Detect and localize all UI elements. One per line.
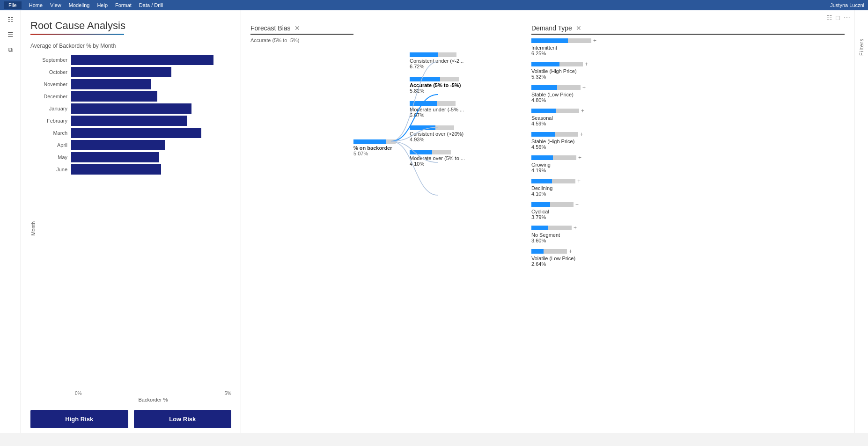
filter-item-value: 4.10% [531, 191, 845, 197]
filter-item-bars: + [531, 248, 845, 255]
demand-type-item: + Cyclical 3.79% [531, 201, 845, 220]
demand-type-close[interactable]: ✕ [576, 24, 581, 32]
bar-chart: September October November December Janu… [36, 55, 231, 389]
filter-item-label: No Segment [531, 232, 845, 238]
filter-plus-icon[interactable]: + [578, 154, 581, 161]
filter-plus-icon[interactable]: + [574, 225, 577, 231]
file-tab[interactable]: File [4, 1, 22, 9]
filter-bar-blue [531, 202, 550, 207]
modeling-tab[interactable]: Modeling [69, 2, 90, 8]
bar-label: November [36, 81, 71, 87]
format-tab[interactable]: Format [115, 2, 132, 8]
bar-label: December [36, 94, 71, 99]
panel-title: Root Cause Analysis [30, 20, 231, 32]
top-icons: ☷ □ ⋯ [826, 14, 850, 22]
layers-icon[interactable]: ⧉ [5, 44, 16, 55]
bar-label: May [36, 154, 71, 160]
filter-bar-blue [531, 179, 552, 183]
connector-svg [391, 24, 438, 271]
filter-item-bars: + [531, 131, 845, 138]
filter-plus-icon[interactable]: + [581, 108, 584, 114]
chart-icon[interactable]: ☷ [5, 14, 16, 25]
left-sidebar: ☷ ☰ ⧉ [0, 10, 21, 433]
bar-container [71, 164, 231, 175]
filter-icon[interactable]: ☷ [826, 14, 832, 22]
top-bar: File Home View Modeling Help Format Data… [0, 0, 868, 10]
low-risk-button[interactable]: Low Risk [134, 410, 232, 428]
help-tab[interactable]: Help [97, 2, 108, 8]
data-drill-tab[interactable]: Data / Drill [139, 2, 163, 8]
high-risk-button[interactable]: High Risk [30, 410, 128, 428]
forecast-bias-close[interactable]: ✕ [294, 24, 300, 32]
expand-icon[interactable]: □ [836, 14, 840, 22]
filter-plus-icon[interactable]: + [575, 201, 579, 208]
bar-label: February [36, 118, 71, 124]
chart-title: Average of Backorder % by Month [30, 43, 231, 49]
bar-container [71, 116, 231, 126]
x-tick-0: 0% [75, 391, 81, 396]
bar-fill [71, 140, 165, 150]
bar-row: May [36, 152, 231, 162]
filter-bar-blue [531, 38, 568, 43]
filter-item-label: Growing [531, 162, 845, 168]
decomp-bar-gray [437, 101, 456, 106]
filters-sidebar[interactable]: Filters [854, 10, 868, 433]
filter-plus-icon[interactable]: + [593, 37, 596, 44]
decomp-bar-gray [435, 125, 454, 130]
table-icon[interactable]: ☰ [5, 29, 16, 40]
title-underline [30, 34, 124, 35]
bar-row: January [36, 103, 231, 114]
filter-bar-gray [548, 226, 572, 230]
filter-item-bars: + [531, 178, 845, 184]
content-area: Root Cause Analysis Average of Backorder… [21, 10, 868, 433]
demand-type-item: + Stable (Low Price) 4.80% [531, 84, 845, 103]
bar-fill [71, 164, 161, 175]
bar-container [71, 55, 231, 65]
demand-type-item: + Volatile (High Price) 5.32% [531, 61, 845, 80]
filter-item-bars: + [531, 154, 845, 161]
view-tab[interactable]: View [50, 2, 61, 8]
filter-plus-icon[interactable]: + [580, 131, 583, 138]
root-cause-panel: Root Cause Analysis Average of Backorder… [21, 10, 241, 433]
bar-fill [71, 128, 201, 138]
filter-item-label: Intermittent [531, 45, 845, 51]
forecast-bias-header: Forecast Bias ✕ [250, 24, 353, 35]
filter-plus-icon[interactable]: + [577, 178, 581, 184]
root-node-label: % on backorder [353, 145, 396, 151]
filter-item-value: 6.25% [531, 51, 845, 56]
filter-bar-blue [531, 85, 557, 90]
filter-plus-icon[interactable]: + [582, 84, 586, 91]
bar-row: February [36, 116, 231, 126]
bar-row: October [36, 67, 231, 77]
bar-container [71, 103, 231, 114]
filter-plus-icon[interactable]: + [569, 248, 572, 255]
demand-type-item: + No Segment 3.60% [531, 225, 845, 243]
bar-container [71, 79, 231, 89]
filter-item-label: Volatile (Low Price) [531, 256, 845, 261]
bar-fill [71, 116, 187, 126]
demand-type-items: + Intermittent 6.25% + Volatile (High Pr… [531, 37, 845, 267]
y-axis-label: Month [30, 221, 36, 236]
filter-bar-gray [544, 249, 567, 254]
bar-fill [71, 91, 157, 102]
filters-label: Filters [859, 38, 864, 56]
filter-plus-icon[interactable]: + [585, 61, 588, 67]
filter-item-label: Volatile (High Price) [531, 68, 845, 74]
more-icon[interactable]: ⋯ [844, 14, 850, 22]
decomp-bar-gray [438, 52, 456, 57]
bar-container [71, 128, 231, 138]
forecast-bias-subtitle: Accurate (5% to -5%) [250, 37, 353, 43]
forecast-bias-title: Forecast Bias [250, 24, 291, 32]
bar-container [71, 67, 231, 77]
x-axis-label: Backorder % [139, 397, 168, 402]
filter-bar-gray [557, 85, 581, 90]
bar-row: November [36, 79, 231, 89]
filter-item-label: Stable (Low Price) [531, 92, 845, 97]
filter-bar-gray [568, 38, 591, 43]
bar-label: March [36, 130, 71, 136]
filter-item-bars: + [531, 225, 845, 231]
filter-bar-blue [531, 226, 548, 230]
bar-fill [71, 79, 151, 89]
home-tab[interactable]: Home [29, 2, 43, 8]
filter-bar-gray [552, 179, 575, 183]
